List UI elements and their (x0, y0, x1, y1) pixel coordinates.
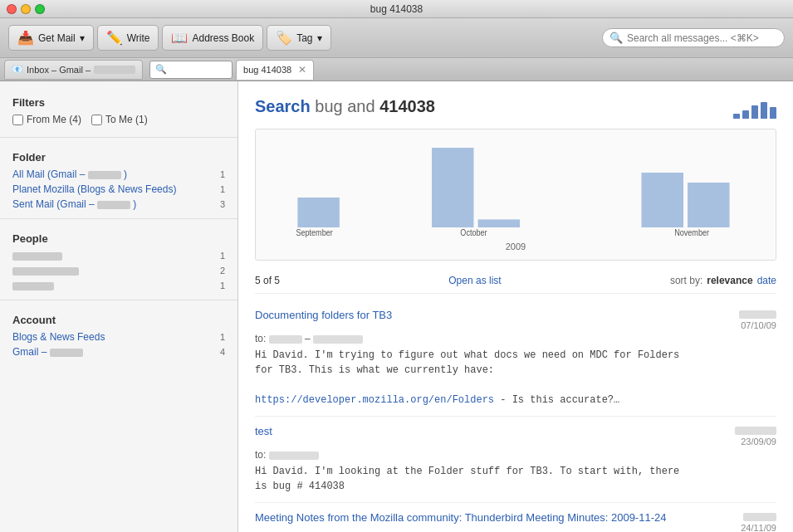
results-bar: 5 of 5 Open as list sort by: relevance d… (255, 271, 776, 294)
filters-title: Filters (0, 90, 237, 112)
search-term2: 414038 (379, 97, 435, 115)
tag-label: Tag (296, 32, 312, 44)
bar-sep (297, 198, 340, 227)
tab-inbox-icon: 📧 (12, 64, 23, 75)
chart-icon-bar-4 (761, 102, 767, 119)
people-item-2[interactable]: 1 (0, 278, 237, 293)
account-blogs-label: Blogs & News Feeds (12, 331, 105, 343)
email-subject-1[interactable]: test (255, 425, 272, 437)
write-button[interactable]: ✏️ Write (97, 25, 159, 51)
search-header: Search bug and 414038 (255, 94, 776, 119)
bar-oct2 (478, 219, 521, 227)
global-search[interactable]: 🔍 (602, 28, 785, 47)
email-to-addr-0 (313, 335, 363, 344)
folder-allmail-label: All Mail (Gmail – ) (12, 168, 127, 180)
sort-controls: sort by: relevance date (670, 275, 776, 286)
email-item-2: Meeting Notes from the Mozilla community… (255, 505, 776, 532)
get-mail-icon: 📥 (17, 30, 34, 46)
address-book-button[interactable]: 📖 Address Book (162, 25, 263, 51)
email-body-line2-0: for TB3. This is what we currently have: (255, 363, 776, 378)
sort-date-button[interactable]: date (757, 275, 776, 286)
chart-icon-bar-5 (770, 107, 776, 119)
email-date-0: 07/10/09 (741, 320, 776, 330)
divider-3 (0, 300, 237, 300)
chart-icon-bar-3 (751, 105, 758, 119)
folder-title: Folder (0, 144, 237, 167)
folder-item-planetmozilla[interactable]: Planet Mozilla (Blogs & News Feeds) 1 (0, 182, 237, 197)
tab-inbox[interactable]: 📧 Inbox – Gmail – (4, 60, 143, 80)
titlebar: bug 414038 (0, 0, 793, 18)
people-item-1[interactable]: 2 (0, 263, 237, 278)
get-mail-button[interactable]: 📥 Get Mail ▾ (8, 25, 94, 51)
email-body-line4-0: https://developer.mozilla.org/en/Folders… (255, 393, 776, 408)
folder-allmail-count: 1 (220, 169, 225, 179)
email-body-line3-0 (255, 378, 776, 393)
from-me-checkbox[interactable] (12, 115, 23, 125)
tab-close-icon[interactable]: ✕ (298, 64, 306, 76)
tab-bug-label: bug 414038 (243, 65, 291, 75)
chart-year: 2009 (264, 242, 767, 251)
write-label: Write (127, 32, 150, 44)
people-title: People (0, 226, 237, 248)
email-sender-2 (743, 511, 776, 521)
email-item-1: test 23/09/09 to: Hi David. I'm looking … (255, 418, 776, 503)
to-me-filter[interactable]: To Me (1) (91, 114, 148, 125)
from-me-label: From Me (4) (27, 114, 81, 125)
people-item-0-label (12, 250, 62, 261)
chart-icon-bar-1 (733, 114, 740, 119)
bar-nov2 (688, 183, 730, 227)
close-button[interactable] (7, 4, 17, 14)
maximize-button[interactable] (35, 4, 45, 14)
search-input[interactable] (627, 32, 777, 44)
timeline-chart: September October November 2009 (255, 129, 776, 261)
email-body-line1-0: Hi David. I'm trying to figure out what … (255, 348, 776, 363)
account-item-gmail[interactable]: Gmail – 4 (0, 344, 237, 359)
email-item-0: Documenting folders for TB3 07/10/09 to:… (255, 302, 776, 417)
email-subject-2[interactable]: Meeting Notes from the Mozilla community… (255, 511, 666, 524)
email-to-label-1: to: (255, 449, 266, 461)
email-body-line1-1: Hi David. I'm looking at the Folder stuf… (255, 464, 776, 479)
to-me-checkbox[interactable] (91, 115, 102, 125)
get-mail-label: Get Mail (38, 32, 76, 44)
email-subject-0[interactable]: Documenting folders for TB3 (255, 309, 392, 321)
email-to-blur-1 (269, 451, 319, 460)
sort-relevance-button[interactable]: relevance (707, 275, 752, 286)
tag-button[interactable]: 🏷️ Tag ▾ (267, 25, 330, 51)
email-date-1: 23/09/09 (741, 437, 776, 447)
people-item-0[interactable]: 1 (0, 248, 237, 263)
folder-item-sentmail[interactable]: Sent Mail (Gmail – ) 3 (0, 197, 237, 212)
results-chart-icon[interactable] (733, 94, 776, 119)
account-gmail-count: 4 (220, 347, 225, 357)
folder-item-allmail[interactable]: All Mail (Gmail – ) 1 (0, 167, 237, 182)
label-oct: October (460, 227, 487, 237)
email-to-domain-0: – (305, 333, 313, 344)
email-meta-2: 24/11/09 (741, 511, 776, 532)
people-item-1-count: 2 (220, 266, 225, 276)
minimize-button[interactable] (21, 4, 31, 14)
account-item-blogs[interactable]: Blogs & News Feeds 1 (0, 329, 237, 344)
search-tab-input[interactable]: 🔍 (149, 61, 233, 79)
account-title: Account (0, 307, 237, 329)
email-header-1: test 23/09/09 (255, 425, 776, 447)
tab-bug[interactable]: bug 414038 ✕ (236, 60, 314, 80)
main-area: Filters From Me (4) To Me (1) Folder All… (0, 81, 793, 532)
tag-arrow[interactable]: ▾ (317, 32, 322, 44)
email-header-2: Meeting Notes from the Mozilla community… (255, 511, 776, 532)
email-header-0: Documenting folders for TB3 07/10/09 (255, 309, 776, 330)
search-and: and (347, 97, 374, 115)
email-to-blur-0 (269, 335, 302, 344)
bar-oct1 (432, 148, 474, 227)
tab-inbox-label: Inbox – Gmail – (27, 65, 91, 75)
to-me-label: To Me (1) (105, 114, 148, 125)
search-glass-icon: 🔍 (609, 32, 623, 44)
people-item-2-count: 1 (220, 281, 225, 290)
open-as-list[interactable]: Open as list (448, 275, 501, 286)
people-item-1-label (12, 265, 79, 276)
divider-2 (0, 218, 237, 219)
email-date-2: 24/11/09 (741, 523, 776, 532)
get-mail-arrow[interactable]: ▾ (80, 32, 85, 44)
divider-1 (0, 137, 237, 138)
folder-planetmozilla-count: 1 (220, 184, 225, 194)
people-item-2-label (12, 280, 54, 291)
from-me-filter[interactable]: From Me (4) (12, 114, 81, 125)
